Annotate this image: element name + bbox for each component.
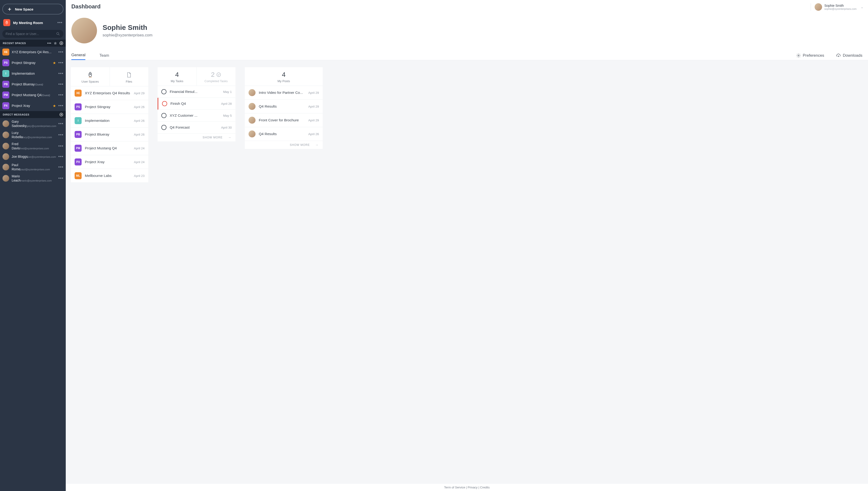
post-label: Front Cover for Brochure bbox=[259, 118, 306, 122]
post-row[interactable]: Q4 ResultsApril 29 bbox=[245, 99, 323, 113]
sidebar-space-item[interactable]: IImplementation••• bbox=[0, 68, 66, 79]
account-menu[interactable]: Sophie Smith sophie@xyzenterprises.com ⌄ bbox=[811, 3, 863, 11]
task-label: Q4 Forecast bbox=[170, 125, 219, 129]
task-checkbox[interactable] bbox=[161, 125, 166, 130]
direct-message-item[interactable]: Joe Bloggsjoe@xyzenterprises.com••• bbox=[0, 152, 66, 162]
user-space-row[interactable]: PBProject BluerayApril 26 bbox=[71, 128, 148, 141]
sidebar-space-item[interactable]: PBProject Blueray(Guest)••• bbox=[0, 79, 66, 90]
user-spaces-head[interactable]: User Spaces bbox=[71, 67, 110, 86]
tab-general[interactable]: General bbox=[71, 51, 85, 60]
space-name: Project Stingray bbox=[12, 61, 35, 65]
task-row[interactable]: XYZ Customer ...May 5 bbox=[158, 110, 236, 122]
space-badge: I bbox=[2, 70, 9, 77]
gear-icon bbox=[796, 53, 801, 58]
search-icon[interactable] bbox=[56, 32, 60, 36]
new-space-button[interactable]: ＋ New Space bbox=[2, 4, 63, 15]
row-date: April 26 bbox=[134, 119, 145, 122]
direct-message-item[interactable]: Mario Leachmario@xyzenterprises.com••• bbox=[0, 173, 66, 184]
add-space-icon[interactable] bbox=[59, 41, 63, 45]
cloud-download-icon bbox=[836, 53, 841, 58]
row-date: April 24 bbox=[134, 160, 145, 164]
avatar bbox=[249, 117, 255, 124]
star-outline-icon[interactable]: ☆ bbox=[54, 41, 57, 45]
profile-email: sophie@xyzenterprises.com bbox=[102, 33, 153, 37]
post-row[interactable]: Front Cover for BrochureApril 29 bbox=[245, 113, 323, 127]
direct-more-icon[interactable]: ••• bbox=[58, 165, 63, 170]
row-label: Implementation bbox=[85, 119, 131, 123]
posts-show-more[interactable]: SHOW MORE → bbox=[245, 141, 323, 149]
space-badge: ML bbox=[74, 172, 82, 179]
task-label: Finish Q4 bbox=[170, 102, 219, 106]
search-input[interactable] bbox=[6, 32, 56, 36]
add-direct-icon[interactable] bbox=[59, 113, 63, 117]
new-space-label: New Space bbox=[15, 7, 33, 11]
space-more-icon[interactable]: ••• bbox=[58, 50, 63, 55]
user-space-row[interactable]: PXProject XrayApril 24 bbox=[71, 155, 148, 169]
recent-spaces-more-icon[interactable]: ••• bbox=[47, 41, 52, 45]
direct-message-item[interactable]: Paul Romepaul@xyzenterprises.com••• bbox=[0, 162, 66, 173]
post-label: Q4 Results bbox=[259, 132, 306, 136]
row-label: XYZ Enterprises Q4 Results bbox=[85, 91, 131, 95]
avatar bbox=[2, 164, 9, 171]
sidebar-space-item[interactable]: PSProject Stingray★••• bbox=[0, 57, 66, 68]
direct-message-item[interactable]: Gary Sadowskygary@xyzenterprises.com••• bbox=[0, 118, 66, 129]
user-space-row[interactable]: PSProject StingrayApril 26 bbox=[71, 100, 148, 114]
completed-tasks-head[interactable]: 2 Completed Tasks bbox=[196, 67, 236, 86]
post-label: Q4 Results bbox=[259, 104, 306, 109]
files-head[interactable]: Files bbox=[110, 67, 149, 86]
footer-tos-link[interactable]: Term of Service bbox=[444, 486, 465, 489]
post-label: Intro Video for Partner Co... bbox=[259, 91, 306, 95]
direct-message-item[interactable]: Fred Davisfred@xyzenterprises.com••• bbox=[0, 141, 66, 152]
user-space-row[interactable]: MLMellbourne LabsApril 23 bbox=[71, 169, 148, 183]
preferences-button[interactable]: Preferences bbox=[796, 53, 824, 58]
tasks-show-more[interactable]: SHOW MORE → bbox=[158, 134, 236, 141]
space-badge: PB bbox=[2, 81, 9, 88]
footer-credits-link[interactable]: Credits bbox=[480, 486, 490, 489]
direct-email: gary@xyzenterprises.com bbox=[27, 125, 56, 127]
direct-more-icon[interactable]: ••• bbox=[58, 121, 63, 126]
svg-point-9 bbox=[798, 55, 799, 56]
tab-team[interactable]: Team bbox=[99, 51, 109, 60]
row-label: Project Xray bbox=[85, 160, 131, 164]
task-row[interactable]: Finish Q4April 28 bbox=[158, 98, 236, 110]
direct-messages-header: DIRECT MESSAGES bbox=[0, 111, 66, 118]
arrow-right-icon: → bbox=[315, 143, 318, 147]
task-row[interactable]: Financial Resul...May 1 bbox=[158, 86, 236, 98]
direct-message-item[interactable]: Lucy Robellalucy@xyzenterprises.com••• bbox=[0, 129, 66, 141]
space-badge: PB bbox=[74, 131, 82, 138]
sidebar-space-item[interactable]: PMProject Mustang Q4(Guest)••• bbox=[0, 90, 66, 100]
task-checkbox[interactable] bbox=[161, 89, 166, 94]
row-date: April 29 bbox=[134, 91, 145, 95]
post-row[interactable]: Intro Video for Partner Co...April 29 bbox=[245, 86, 323, 99]
space-badge: PS bbox=[2, 59, 9, 66]
my-tasks-head[interactable]: 4 My Tasks bbox=[158, 67, 196, 86]
direct-more-icon[interactable]: ••• bbox=[58, 144, 63, 149]
star-icon[interactable]: ★ bbox=[53, 61, 56, 65]
sidebar-space-item[interactable]: PXProject Xray★••• bbox=[0, 100, 66, 111]
user-space-row[interactable]: IImplementationApril 26 bbox=[71, 114, 148, 128]
user-space-row[interactable]: PMProject Mustang Q4April 24 bbox=[71, 141, 148, 155]
task-checkbox[interactable] bbox=[162, 101, 167, 106]
space-badge: PX bbox=[74, 158, 82, 166]
space-more-icon[interactable]: ••• bbox=[58, 104, 63, 108]
post-row[interactable]: Q4 ResultsApril 26 bbox=[245, 127, 323, 141]
space-more-icon[interactable]: ••• bbox=[58, 93, 63, 97]
sidebar-space-item[interactable]: XEXYZ Enterprises Q4 Res...••• bbox=[0, 47, 66, 57]
my-meeting-room-item[interactable]: My Meeting Room ••• bbox=[0, 17, 66, 28]
downloads-button[interactable]: Downloads bbox=[836, 53, 862, 58]
footer-privacy-link[interactable]: Privacy bbox=[468, 486, 478, 489]
task-row[interactable]: Q4 ForecastApril 30 bbox=[158, 122, 236, 134]
space-more-icon[interactable]: ••• bbox=[58, 82, 63, 87]
space-more-icon[interactable]: ••• bbox=[58, 71, 63, 76]
task-checkbox[interactable] bbox=[161, 113, 166, 118]
search-bar[interactable] bbox=[2, 30, 63, 38]
user-space-row[interactable]: XEXYZ Enterprises Q4 ResultsApril 29 bbox=[71, 86, 148, 100]
star-icon[interactable]: ★ bbox=[53, 104, 56, 108]
meeting-room-more-icon[interactable]: ••• bbox=[57, 20, 62, 25]
row-label: Project Mustang Q4 bbox=[85, 146, 131, 150]
my-posts-head[interactable]: 4 My Posts bbox=[245, 67, 323, 86]
space-more-icon[interactable]: ••• bbox=[58, 60, 63, 65]
direct-more-icon[interactable]: ••• bbox=[58, 176, 63, 181]
direct-more-icon[interactable]: ••• bbox=[58, 133, 63, 138]
direct-more-icon[interactable]: ••• bbox=[58, 154, 63, 159]
